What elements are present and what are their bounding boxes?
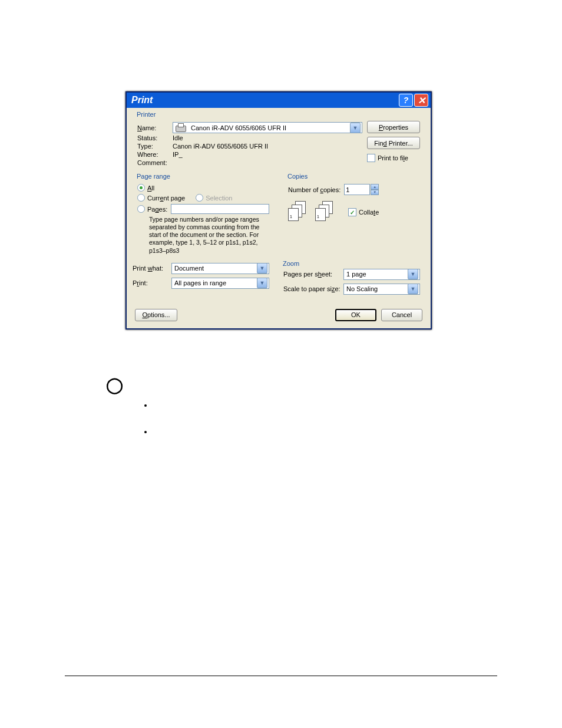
help-button[interactable]: ? <box>399 94 413 107</box>
printer-section: Printer Name: Canon iR-ADV 6055/6065 UFR… <box>133 115 425 171</box>
radio-selection: Selection <box>196 194 232 202</box>
type-value: Canon iR-ADV 6055/6065 UFR II <box>173 143 268 150</box>
chevron-down-icon[interactable]: ▼ <box>257 263 267 274</box>
scale-dropdown[interactable]: No Scaling ▼ <box>343 284 420 295</box>
pages-input[interactable] <box>171 204 269 214</box>
dialog-title: Print <box>131 95 153 106</box>
find-printer-button[interactable]: Find Printer... <box>367 137 420 149</box>
name-label: Name: <box>137 124 173 131</box>
copies-section: Copies Number of copies: ▲ ▼ 3 2 <box>283 177 425 258</box>
chevron-down-icon[interactable]: ▼ <box>408 269 418 279</box>
chevron-down-icon[interactable]: ▼ <box>350 123 361 133</box>
num-copies-spinner[interactable]: ▲ ▼ <box>344 184 379 195</box>
close-button[interactable]: ✕ <box>414 94 428 107</box>
radio-icon <box>137 184 145 192</box>
spin-down-icon[interactable]: ▼ <box>371 190 379 196</box>
copies-legend: Copies <box>286 173 309 180</box>
radio-icon <box>137 205 145 213</box>
properties-button[interactable]: Properties <box>367 121 420 133</box>
title-bar[interactable]: Print ? ✕ <box>127 93 431 108</box>
scale-label: Scale to paper size: <box>283 285 343 292</box>
print-what-dropdown[interactable]: Document ▼ <box>171 263 269 274</box>
pages-per-sheet-value: 1 page <box>345 271 408 278</box>
where-value: IP_ <box>173 151 183 158</box>
spin-up-icon[interactable]: ▲ <box>371 184 379 190</box>
checkbox-icon <box>367 154 375 162</box>
circle-icon: ◯ <box>106 376 123 394</box>
chevron-down-icon[interactable]: ▼ <box>257 278 267 288</box>
pages-per-sheet-label: Pages per sheet: <box>283 271 343 278</box>
printer-legend: Printer <box>135 111 157 118</box>
chevron-down-icon[interactable]: ▼ <box>408 284 418 294</box>
radio-icon <box>137 194 145 202</box>
status-value: Idle <box>173 134 183 141</box>
where-label: Where: <box>137 151 173 158</box>
num-copies-label: Number of copies: <box>288 186 340 193</box>
printer-icon <box>174 123 186 133</box>
print-dropdown[interactable]: All pages in range ▼ <box>171 278 269 289</box>
page-range-legend: Page range <box>135 173 172 180</box>
ok-button[interactable]: OK <box>335 309 376 321</box>
cancel-button[interactable]: Cancel <box>381 309 422 321</box>
printer-name-value: Canon iR-ADV 6055/6065 UFR II <box>190 124 350 131</box>
collate-icon: 3 2 1 <box>315 201 339 223</box>
print-label: Print: <box>133 279 171 286</box>
radio-pages[interactable]: Pages: <box>137 205 167 213</box>
print-value: All pages in range <box>173 279 257 286</box>
status-label: Status: <box>137 134 173 141</box>
radio-all[interactable]: All <box>137 184 269 192</box>
type-label: Type: <box>137 143 173 150</box>
print-to-file-checkbox[interactable]: Print to file <box>367 154 420 162</box>
pages-per-sheet-dropdown[interactable]: 1 page ▼ <box>343 269 420 280</box>
page-range-section: Page range All Current page Selection Pa… <box>133 177 274 258</box>
scale-value: No Scaling <box>345 285 408 292</box>
radio-current-page[interactable]: Current page <box>137 194 185 202</box>
options-button[interactable]: Options... <box>135 309 177 321</box>
print-what-value: Document <box>173 265 257 272</box>
print-what-label: Print what: <box>133 265 171 272</box>
num-copies-input[interactable] <box>344 184 370 195</box>
collate-checkbox[interactable]: ✓ Collate <box>348 208 379 216</box>
page-body-text: ◯ <box>106 377 153 454</box>
footer-divider <box>65 676 497 676</box>
comment-label: Comment: <box>137 159 173 166</box>
checkbox-icon: ✓ <box>348 208 356 216</box>
radio-icon <box>196 194 203 202</box>
page-range-hint: Type page numbers and/or page ranges sep… <box>149 216 269 255</box>
zoom-legend: Zoom <box>281 260 301 267</box>
collate-icon: 3 2 1 <box>288 201 312 223</box>
print-to-file-label: Print to file <box>378 154 408 162</box>
zoom-section: Zoom Pages per sheet: 1 page ▼ Scale to … <box>279 264 425 299</box>
printer-name-dropdown[interactable]: Canon iR-ADV 6055/6065 UFR II ▼ <box>173 122 362 133</box>
print-dialog: Print ? ✕ Printer Name: Canon iR-ADV 605… <box>125 91 432 330</box>
